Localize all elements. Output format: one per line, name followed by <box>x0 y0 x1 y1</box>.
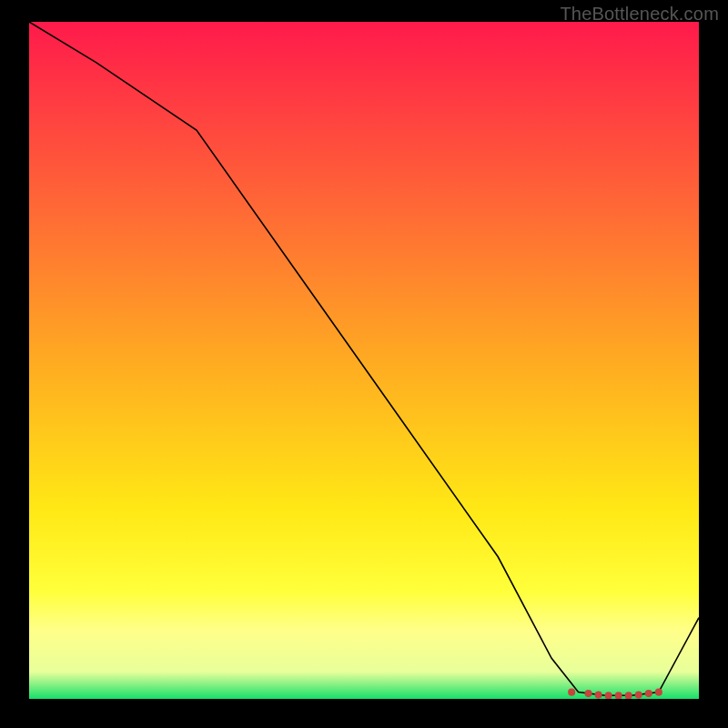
marker-dot <box>645 690 652 697</box>
chart-frame: { "attribution": "TheBottleneck.com", "c… <box>0 0 728 728</box>
marker-dot <box>655 688 662 695</box>
chart-svg <box>29 22 699 699</box>
marker-dot <box>615 692 622 699</box>
marker-dot <box>568 688 575 695</box>
marker-dot <box>585 690 592 697</box>
marker-dot <box>595 691 602 698</box>
plot-area <box>29 22 699 699</box>
marker-dot <box>635 691 642 698</box>
gradient-background <box>29 22 699 699</box>
marker-dot <box>625 692 632 699</box>
marker-dot <box>605 692 612 699</box>
